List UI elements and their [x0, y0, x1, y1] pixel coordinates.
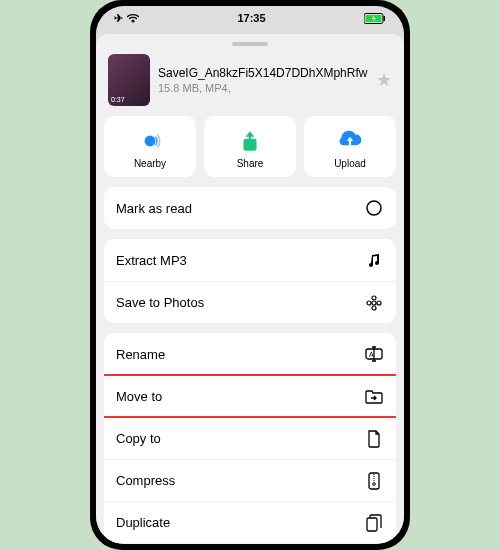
- battery-icon: [364, 13, 386, 24]
- phone-frame: ✈ 17:35 SaveIG_An8kzFi5X14D7DDhXMphRfwQ_…: [90, 0, 410, 550]
- zip-icon: [364, 471, 384, 491]
- rename-row[interactable]: Rename A: [104, 333, 396, 375]
- compress-label: Compress: [116, 473, 175, 488]
- svg-text:A: A: [369, 351, 374, 358]
- video-thumbnail[interactable]: [108, 54, 150, 106]
- share-button[interactable]: Share: [204, 116, 296, 177]
- svg-point-5: [367, 201, 381, 215]
- airplane-icon: ✈: [114, 12, 123, 25]
- nearby-button[interactable]: Nearby: [104, 116, 196, 177]
- duplicate-row[interactable]: Duplicate: [104, 501, 396, 543]
- svg-point-3: [145, 136, 156, 147]
- svg-point-10: [377, 301, 381, 305]
- folder-arrow-icon: [364, 387, 384, 407]
- rename-icon: A: [364, 344, 384, 364]
- file-info: SaveIG_An8kzFi5X14D7DDhXMphRfwQ_DteM6vka…: [104, 52, 396, 116]
- group-media: Extract MP3 Save to Photos: [104, 239, 396, 323]
- duplicate-label: Duplicate: [116, 515, 170, 530]
- duplicate-icon: [364, 513, 384, 533]
- share-label: Share: [237, 158, 264, 169]
- svg-point-7: [372, 296, 376, 300]
- screen: ✈ 17:35 SaveIG_An8kzFi5X14D7DDhXMphRfwQ_…: [96, 6, 404, 544]
- file-meta: 15.8 MB, MP4,: [158, 82, 368, 94]
- compress-row[interactable]: Compress: [104, 459, 396, 501]
- move-to-label: Move to: [116, 389, 162, 404]
- circle-icon: [364, 198, 384, 218]
- document-icon: [364, 429, 384, 449]
- mark-as-read-label: Mark as read: [116, 201, 192, 216]
- wifi-icon: [127, 13, 139, 23]
- mark-as-read-row[interactable]: Mark as read: [104, 187, 396, 229]
- share-icon: [237, 128, 263, 154]
- quick-actions: Nearby Share Upload: [104, 116, 396, 177]
- rename-label: Rename: [116, 347, 165, 362]
- sheet-grabber[interactable]: [232, 42, 268, 46]
- upload-label: Upload: [334, 158, 366, 169]
- music-icon: [364, 250, 384, 270]
- move-to-row[interactable]: Move to: [104, 375, 396, 417]
- action-sheet: SaveIG_An8kzFi5X14D7DDhXMphRfwQ_DteM6vka…: [96, 34, 404, 544]
- nearby-label: Nearby: [134, 158, 166, 169]
- copy-to-label: Copy to: [116, 431, 161, 446]
- save-to-photos-row[interactable]: Save to Photos: [104, 281, 396, 323]
- save-to-photos-label: Save to Photos: [116, 295, 204, 310]
- extract-mp3-row[interactable]: Extract MP3: [104, 239, 396, 281]
- upload-button[interactable]: Upload: [304, 116, 396, 177]
- favorite-icon[interactable]: ★: [376, 69, 392, 91]
- group-read: Mark as read: [104, 187, 396, 229]
- extract-mp3-label: Extract MP3: [116, 253, 187, 268]
- svg-rect-15: [367, 518, 377, 531]
- svg-rect-2: [383, 16, 385, 21]
- clock: 17:35: [237, 12, 265, 24]
- file-name: SaveIG_An8kzFi5X14D7DDhXMphRfwQ_DteM6vka…: [158, 66, 368, 80]
- status-bar: ✈ 17:35: [96, 6, 404, 30]
- svg-point-9: [367, 301, 371, 305]
- copy-to-row[interactable]: Copy to: [104, 417, 396, 459]
- upload-icon: [337, 128, 363, 154]
- group-file: Rename A Move to Copy to Compress Duplic…: [104, 333, 396, 543]
- svg-point-14: [373, 482, 376, 485]
- photos-icon: [364, 293, 384, 313]
- svg-point-8: [372, 306, 376, 310]
- nearby-icon: [137, 128, 163, 154]
- svg-point-6: [372, 301, 376, 305]
